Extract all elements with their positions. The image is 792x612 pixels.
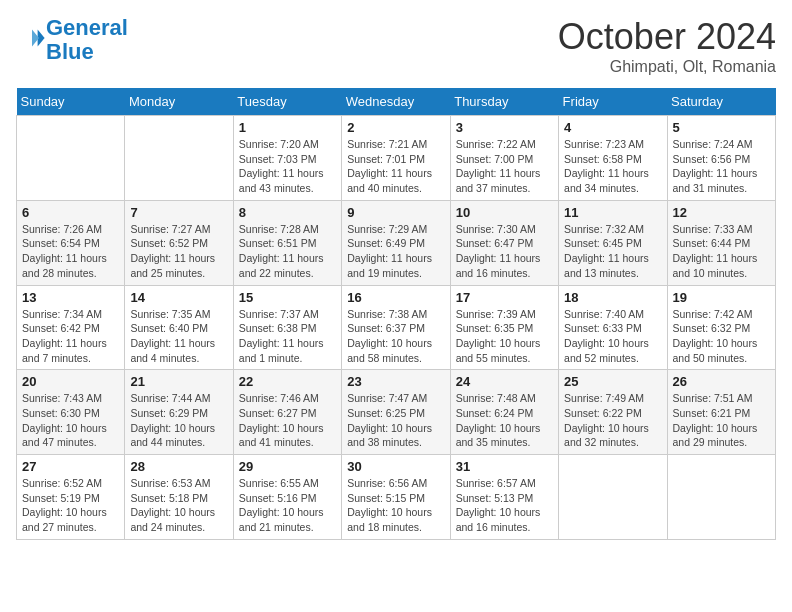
weekday-header-monday: Monday [125, 88, 233, 116]
weekday-header-saturday: Saturday [667, 88, 775, 116]
logo-line2: Blue [46, 39, 94, 64]
day-number: 28 [130, 459, 227, 474]
calendar-cell: 12Sunrise: 7:33 AM Sunset: 6:44 PM Dayli… [667, 200, 775, 285]
day-info: Sunrise: 7:23 AM Sunset: 6:58 PM Dayligh… [564, 137, 661, 196]
day-info: Sunrise: 7:42 AM Sunset: 6:32 PM Dayligh… [673, 307, 770, 366]
logo: General Blue [16, 16, 128, 64]
weekday-header-sunday: Sunday [17, 88, 125, 116]
calendar-cell: 29Sunrise: 6:55 AM Sunset: 5:16 PM Dayli… [233, 455, 341, 540]
month-title: October 2024 [558, 16, 776, 58]
day-number: 24 [456, 374, 553, 389]
title-block: October 2024 Ghimpati, Olt, Romania [558, 16, 776, 76]
calendar-cell: 10Sunrise: 7:30 AM Sunset: 6:47 PM Dayli… [450, 200, 558, 285]
calendar-cell: 11Sunrise: 7:32 AM Sunset: 6:45 PM Dayli… [559, 200, 667, 285]
calendar-cell: 23Sunrise: 7:47 AM Sunset: 6:25 PM Dayli… [342, 370, 450, 455]
calendar-cell: 3Sunrise: 7:22 AM Sunset: 7:00 PM Daylig… [450, 116, 558, 201]
day-info: Sunrise: 6:57 AM Sunset: 5:13 PM Dayligh… [456, 476, 553, 535]
day-number: 30 [347, 459, 444, 474]
day-number: 23 [347, 374, 444, 389]
calendar-cell: 17Sunrise: 7:39 AM Sunset: 6:35 PM Dayli… [450, 285, 558, 370]
day-info: Sunrise: 7:37 AM Sunset: 6:38 PM Dayligh… [239, 307, 336, 366]
calendar-week-row: 13Sunrise: 7:34 AM Sunset: 6:42 PM Dayli… [17, 285, 776, 370]
day-number: 4 [564, 120, 661, 135]
calendar-cell: 6Sunrise: 7:26 AM Sunset: 6:54 PM Daylig… [17, 200, 125, 285]
calendar-week-row: 6Sunrise: 7:26 AM Sunset: 6:54 PM Daylig… [17, 200, 776, 285]
calendar-cell: 31Sunrise: 6:57 AM Sunset: 5:13 PM Dayli… [450, 455, 558, 540]
day-info: Sunrise: 7:30 AM Sunset: 6:47 PM Dayligh… [456, 222, 553, 281]
calendar-cell: 20Sunrise: 7:43 AM Sunset: 6:30 PM Dayli… [17, 370, 125, 455]
day-number: 12 [673, 205, 770, 220]
day-number: 29 [239, 459, 336, 474]
day-info: Sunrise: 7:21 AM Sunset: 7:01 PM Dayligh… [347, 137, 444, 196]
day-info: Sunrise: 7:27 AM Sunset: 6:52 PM Dayligh… [130, 222, 227, 281]
day-info: Sunrise: 7:49 AM Sunset: 6:22 PM Dayligh… [564, 391, 661, 450]
day-number: 13 [22, 290, 119, 305]
calendar-cell: 26Sunrise: 7:51 AM Sunset: 6:21 PM Dayli… [667, 370, 775, 455]
calendar-cell: 8Sunrise: 7:28 AM Sunset: 6:51 PM Daylig… [233, 200, 341, 285]
weekday-header-wednesday: Wednesday [342, 88, 450, 116]
day-info: Sunrise: 7:44 AM Sunset: 6:29 PM Dayligh… [130, 391, 227, 450]
day-info: Sunrise: 7:29 AM Sunset: 6:49 PM Dayligh… [347, 222, 444, 281]
day-info: Sunrise: 7:32 AM Sunset: 6:45 PM Dayligh… [564, 222, 661, 281]
calendar-week-row: 27Sunrise: 6:52 AM Sunset: 5:19 PM Dayli… [17, 455, 776, 540]
day-info: Sunrise: 7:26 AM Sunset: 6:54 PM Dayligh… [22, 222, 119, 281]
location: Ghimpati, Olt, Romania [558, 58, 776, 76]
calendar-cell: 28Sunrise: 6:53 AM Sunset: 5:18 PM Dayli… [125, 455, 233, 540]
day-info: Sunrise: 6:52 AM Sunset: 5:19 PM Dayligh… [22, 476, 119, 535]
day-info: Sunrise: 7:43 AM Sunset: 6:30 PM Dayligh… [22, 391, 119, 450]
calendar-cell: 22Sunrise: 7:46 AM Sunset: 6:27 PM Dayli… [233, 370, 341, 455]
day-info: Sunrise: 7:20 AM Sunset: 7:03 PM Dayligh… [239, 137, 336, 196]
day-number: 22 [239, 374, 336, 389]
day-number: 3 [456, 120, 553, 135]
calendar-cell [125, 116, 233, 201]
calendar-cell: 24Sunrise: 7:48 AM Sunset: 6:24 PM Dayli… [450, 370, 558, 455]
calendar-cell: 21Sunrise: 7:44 AM Sunset: 6:29 PM Dayli… [125, 370, 233, 455]
calendar-cell: 13Sunrise: 7:34 AM Sunset: 6:42 PM Dayli… [17, 285, 125, 370]
page-header: General Blue October 2024 Ghimpati, Olt,… [16, 16, 776, 76]
day-info: Sunrise: 7:39 AM Sunset: 6:35 PM Dayligh… [456, 307, 553, 366]
day-number: 2 [347, 120, 444, 135]
day-info: Sunrise: 7:22 AM Sunset: 7:00 PM Dayligh… [456, 137, 553, 196]
logo-icon [18, 24, 46, 52]
calendar-cell [559, 455, 667, 540]
calendar-table: SundayMondayTuesdayWednesdayThursdayFrid… [16, 88, 776, 540]
day-number: 10 [456, 205, 553, 220]
weekday-header-tuesday: Tuesday [233, 88, 341, 116]
day-info: Sunrise: 7:51 AM Sunset: 6:21 PM Dayligh… [673, 391, 770, 450]
calendar-cell: 16Sunrise: 7:38 AM Sunset: 6:37 PM Dayli… [342, 285, 450, 370]
day-number: 6 [22, 205, 119, 220]
calendar-week-row: 1Sunrise: 7:20 AM Sunset: 7:03 PM Daylig… [17, 116, 776, 201]
day-info: Sunrise: 7:24 AM Sunset: 6:56 PM Dayligh… [673, 137, 770, 196]
weekday-header-friday: Friday [559, 88, 667, 116]
day-number: 9 [347, 205, 444, 220]
weekday-header-row: SundayMondayTuesdayWednesdayThursdayFrid… [17, 88, 776, 116]
day-info: Sunrise: 7:38 AM Sunset: 6:37 PM Dayligh… [347, 307, 444, 366]
calendar-cell: 30Sunrise: 6:56 AM Sunset: 5:15 PM Dayli… [342, 455, 450, 540]
day-info: Sunrise: 7:35 AM Sunset: 6:40 PM Dayligh… [130, 307, 227, 366]
day-number: 8 [239, 205, 336, 220]
day-number: 16 [347, 290, 444, 305]
day-info: Sunrise: 7:47 AM Sunset: 6:25 PM Dayligh… [347, 391, 444, 450]
day-number: 27 [22, 459, 119, 474]
day-info: Sunrise: 7:46 AM Sunset: 6:27 PM Dayligh… [239, 391, 336, 450]
calendar-cell: 4Sunrise: 7:23 AM Sunset: 6:58 PM Daylig… [559, 116, 667, 201]
day-number: 21 [130, 374, 227, 389]
day-info: Sunrise: 6:56 AM Sunset: 5:15 PM Dayligh… [347, 476, 444, 535]
day-number: 17 [456, 290, 553, 305]
calendar-cell: 7Sunrise: 7:27 AM Sunset: 6:52 PM Daylig… [125, 200, 233, 285]
logo-text: General Blue [46, 16, 128, 64]
calendar-cell: 14Sunrise: 7:35 AM Sunset: 6:40 PM Dayli… [125, 285, 233, 370]
calendar-cell: 9Sunrise: 7:29 AM Sunset: 6:49 PM Daylig… [342, 200, 450, 285]
day-number: 20 [22, 374, 119, 389]
day-info: Sunrise: 7:40 AM Sunset: 6:33 PM Dayligh… [564, 307, 661, 366]
logo-line1: General [46, 15, 128, 40]
day-number: 19 [673, 290, 770, 305]
day-info: Sunrise: 7:34 AM Sunset: 6:42 PM Dayligh… [22, 307, 119, 366]
calendar-cell [667, 455, 775, 540]
calendar-cell [17, 116, 125, 201]
day-number: 5 [673, 120, 770, 135]
day-number: 31 [456, 459, 553, 474]
day-info: Sunrise: 7:28 AM Sunset: 6:51 PM Dayligh… [239, 222, 336, 281]
day-number: 11 [564, 205, 661, 220]
day-number: 26 [673, 374, 770, 389]
